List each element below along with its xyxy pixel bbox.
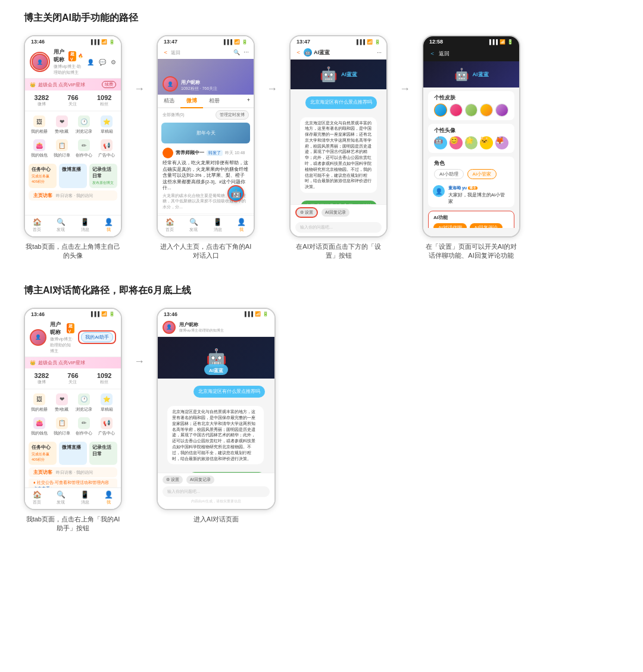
avatar-highlight[interactable]: 👤: [30, 52, 50, 72]
s2-menu-history[interactable]: 🕐浏览记录: [74, 392, 95, 414]
s2-weibo-label: 微博: [35, 379, 49, 385]
s2-tab-me[interactable]: 👤我: [104, 490, 113, 505]
back-btn-4[interactable]: ＜: [429, 49, 435, 58]
role-msg-wrap: 童洛呦 yu 博主 大家好，我是博主的AI小管家: [448, 185, 510, 205]
menu-draft[interactable]: ⭐草稿箱: [96, 114, 117, 136]
role-assistant[interactable]: AI小助理: [434, 169, 464, 179]
s2-menu-order[interactable]: 📋我的订单: [51, 415, 73, 438]
menu-wallet[interactable]: 👛我的钱包: [29, 137, 50, 160]
avatar-opt-4[interactable]: 🐱: [480, 136, 493, 149]
tab-me[interactable]: 👤我: [104, 218, 113, 233]
status-icons-s2-1: ▐▐▐ 📶 🔋: [89, 311, 115, 317]
tab-message[interactable]: 📱消息: [80, 218, 89, 233]
menu-order[interactable]: 📋我的订单: [51, 137, 73, 160]
ai-assistant-btn[interactable]: 我的AI助手: [81, 332, 113, 342]
role-chat-row: 👤 童洛呦 yu 博主 大家好，我是博主的AI小管家: [428, 183, 514, 207]
ai-review-btn[interactable]: AI回复评论: [470, 223, 503, 228]
share-icon-2[interactable]: ⋯: [244, 49, 249, 55]
avatar-opt-3[interactable]: 🌟: [465, 136, 478, 149]
menu-create[interactable]: ✏创作中心: [74, 137, 95, 160]
visitor-sub: 昨日访客 · 我的访问: [56, 193, 93, 198]
back-btn-3[interactable]: ＜: [295, 48, 301, 57]
phone-wrap-1: 13:46 ▐▐▐ 📶 🔋 👤: [24, 35, 122, 261]
s2-ai-label: AI蓝蓝: [204, 364, 228, 375]
message-tab-label: 消息: [81, 227, 89, 233]
settings-btn[interactable]: ⚙ 设置: [295, 207, 318, 218]
s2-record-title: 记录生活日常: [92, 444, 114, 457]
s2-tab-message[interactable]: 📱消息: [80, 490, 89, 505]
tab-me-2[interactable]: 👤我: [237, 218, 246, 233]
signal-icon-4: ▐▐▐: [488, 39, 498, 45]
s2-ai-record-btn[interactable]: AI回复记录: [186, 476, 214, 484]
skin-opt-2[interactable]: [450, 104, 463, 117]
s2-tab-discover[interactable]: 🔍发现: [57, 490, 65, 505]
menu-album[interactable]: 🖼我的相册: [29, 114, 50, 136]
menu-ad[interactable]: 📢广告中心: [96, 137, 117, 160]
task-card[interactable]: 任务中心 完成任务赢405积分: [29, 164, 57, 188]
skin-opt-4[interactable]: [480, 104, 493, 117]
ai-fab-btn[interactable]: 🤖: [227, 185, 244, 202]
role-manager[interactable]: AI小管家: [467, 169, 497, 179]
me-icon: 👤: [104, 218, 113, 226]
manage-btn[interactable]: 管理定时发博: [216, 110, 249, 120]
s2-settings-btn[interactable]: ⚙ 设置: [163, 476, 183, 484]
phone-3: 13:47 ▐▐▐ 📶 🔋 ＜ 🤖 AI蓝蓝: [289, 35, 388, 237]
s2-menu-fav[interactable]: ❤赞/收藏: [51, 392, 73, 414]
skin-opt-5[interactable]: [495, 104, 508, 117]
menu-history[interactable]: 🕐浏览记录: [74, 114, 95, 136]
phone-1-screen: 13:46 ▐▐▐ 📶 🔋 👤: [25, 36, 121, 236]
time-s2-1: 13:46: [31, 311, 45, 317]
weibo-label: 微博: [35, 101, 49, 107]
tab-album[interactable]: 相册: [203, 95, 226, 107]
avatar-opt-1[interactable]: 🤖: [434, 136, 447, 149]
s2-menu-wallet[interactable]: 👛我的钱包: [29, 415, 50, 438]
ai-func-btns: AI对话伴聊 AI回复评论: [433, 223, 509, 228]
vip-btn[interactable]: 续费: [102, 81, 116, 88]
tab-home[interactable]: 🏠首页: [33, 218, 42, 233]
ai-record-btn[interactable]: AI回复记录: [322, 208, 349, 217]
s2-menu-ad[interactable]: 📢广告中心: [96, 415, 117, 438]
phone-s2-1-screen: 13:46 ▐▐▐ 📶 🔋 👤 用户昵称 超V: [25, 309, 121, 509]
tab-home-2[interactable]: 🏠首页: [166, 218, 174, 233]
skin-opt-3[interactable]: [465, 104, 478, 117]
s2-record-card[interactable]: 记录生活日常: [89, 442, 117, 465]
s2-input-field[interactable]: 输入你的问题吧...: [163, 486, 270, 497]
record-card[interactable]: 记录生活日常 发布原创博文: [89, 164, 117, 188]
s2-tab-home[interactable]: 🏠首页: [33, 490, 42, 505]
avatar-opt-2[interactable]: 😊: [450, 136, 463, 149]
s2-me-label: 我: [107, 499, 111, 505]
person-icon: 👤: [87, 59, 94, 65]
weibo-count: 3282: [35, 94, 49, 101]
menu-fav[interactable]: ❤赞/收藏: [51, 114, 73, 136]
tab-discover[interactable]: 🔍发现: [57, 218, 65, 233]
tab-picks[interactable]: 精选: [158, 95, 180, 107]
search-icon-2[interactable]: 🔍: [233, 49, 240, 55]
live-title: 微博直播: [62, 166, 84, 173]
ai-companion-btn[interactable]: AI对话伴聊: [433, 223, 467, 228]
phone-2: 13:47 ▐▐▐ 📶 🔋 ＜ 返回 🔍 ⋯: [157, 35, 255, 237]
s2-input-hint: 内容由AI生成，请核实重要信息: [163, 499, 270, 504]
tab-plus[interactable]: +: [244, 95, 254, 107]
battery-icon-s2-1: 🔋: [109, 311, 115, 317]
s2-chat-usersub: 微博vip博主·助理助的知博主: [179, 328, 224, 333]
s2-wallet-label: 我的钱包: [31, 430, 48, 436]
header-icons: 👤 💬 ⚙: [87, 59, 116, 65]
tab-discover-2[interactable]: 🔍发现: [189, 218, 198, 233]
s2-menu-album[interactable]: 🖼我的相册: [29, 392, 50, 414]
me-icon-2: 👤: [237, 218, 246, 226]
s2-menu-create[interactable]: ✏创作中心: [74, 415, 95, 438]
s2-menu-draft[interactable]: ⭐草稿箱: [96, 392, 117, 414]
s2-task-card[interactable]: 任务中心 完成任务赢405积分: [29, 442, 57, 465]
s2-live-card[interactable]: 微博直播: [59, 442, 87, 465]
avatar-opt-5[interactable]: 🦊: [495, 136, 508, 149]
chat-input[interactable]: 输入你的问题吧...: [295, 222, 382, 233]
s2-vip-crown: 👑: [30, 360, 36, 365]
s2-stats-row: 3282 微博 766 关注 1092 粉丝: [25, 368, 121, 389]
tab-message-2[interactable]: 📱消息: [213, 218, 222, 233]
back-btn-2[interactable]: ＜: [163, 48, 168, 57]
tab-weibo[interactable]: 微博: [180, 95, 203, 108]
username-row: 用户昵称 超V 🔥: [54, 48, 83, 64]
skin-opt-1[interactable]: [434, 104, 447, 117]
user-avatar[interactable]: 👤: [32, 54, 48, 70]
live-card[interactable]: 微博直播: [59, 164, 87, 188]
